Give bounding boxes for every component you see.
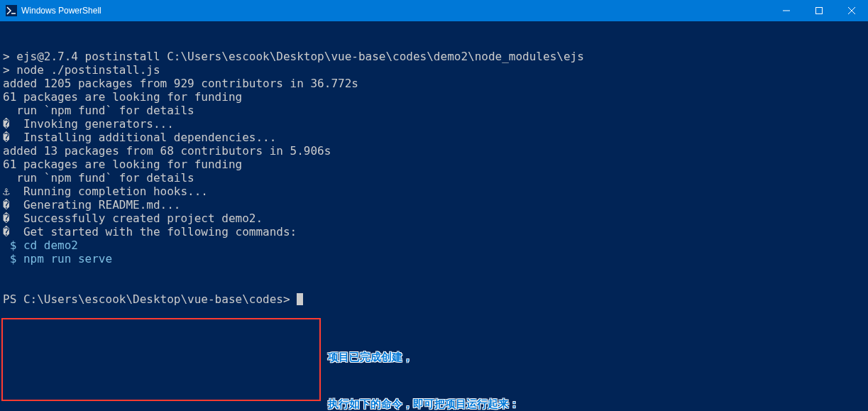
terminal-line: ⚓ Running completion hooks...	[3, 185, 865, 198]
svg-rect-1	[816, 8, 823, 14]
terminal-line: run `npm fund` for details	[3, 171, 865, 185]
powershell-icon	[6, 5, 17, 16]
terminal-line: $ cd demo2	[3, 239, 865, 252]
terminal-line: added 13 packages from 68 contributors i…	[3, 144, 865, 158]
terminal-line: > ejs@2.7.4 postinstall C:\Users\escook\…	[3, 50, 865, 63]
terminal-line: 61 packages are looking for funding	[3, 158, 865, 171]
terminal-line: $ npm run serve	[3, 252, 865, 265]
terminal-line: � Successfully created project demo2.	[3, 212, 865, 225]
terminal-line: > node ./postinstall.js	[3, 63, 865, 77]
highlight-box	[1, 318, 321, 401]
window-title: Windows PowerShell	[21, 6, 770, 16]
cursor	[297, 293, 303, 305]
prompt-line[interactable]: PS C:\Users\escook\Desktop\vue-base\code…	[3, 292, 865, 306]
terminal-line: 61 packages are looking for funding	[3, 90, 865, 104]
maximize-button[interactable]	[803, 0, 835, 21]
terminal-output[interactable]: > ejs@2.7.4 postinstall C:\Users\escook\…	[0, 21, 868, 411]
annotation-text: 项目已完成创建， 执行如下的命令，即可把项目运行起来：	[328, 318, 520, 411]
annotation-line-2: 执行如下的命令，即可把项目运行起来：	[328, 396, 520, 411]
prompt-text: PS C:\Users\escook\Desktop\vue-base\code…	[3, 292, 297, 306]
minimize-button[interactable]	[770, 0, 803, 21]
annotation-line-1: 项目已完成创建，	[328, 349, 520, 365]
terminal-line: � Invoking generators...	[3, 117, 865, 131]
terminal-line: added 1205 packages from 929 contributor…	[3, 77, 865, 90]
titlebar: Windows PowerShell	[0, 0, 868, 21]
close-button[interactable]	[835, 0, 868, 21]
terminal-line: � Generating README.md...	[3, 198, 865, 212]
terminal-line: � Get started with the following command…	[3, 225, 865, 239]
terminal-line: � Installing additional dependencies...	[3, 131, 865, 144]
window-controls	[770, 0, 868, 21]
terminal-line: run `npm fund` for details	[3, 104, 865, 117]
